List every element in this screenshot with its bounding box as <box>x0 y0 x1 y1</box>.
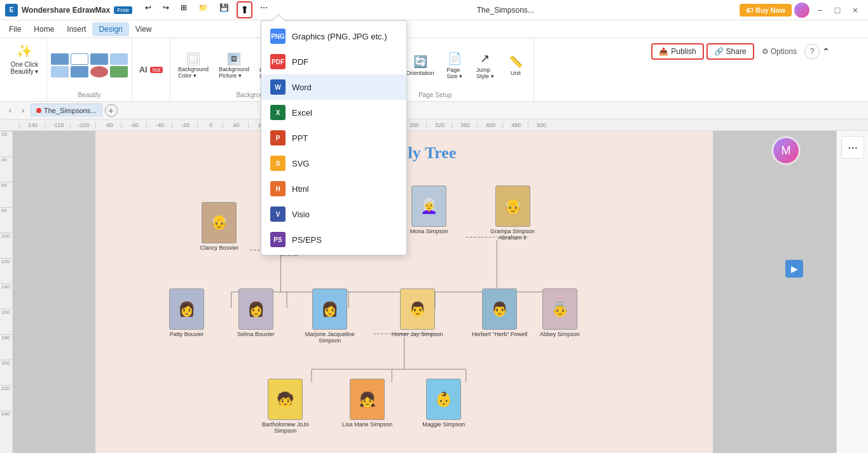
maggie-img: 👶 <box>426 379 461 420</box>
tab-simpsons[interactable]: The_Simpsons... <box>31 104 102 117</box>
app-logo: E <box>5 4 18 17</box>
menu-design[interactable]: Design <box>92 22 128 36</box>
more-icon[interactable]: ⋯ <box>256 1 272 18</box>
undo-icon[interactable]: ↩ <box>141 1 155 18</box>
export-svg-item[interactable]: S SVG <box>261 151 406 176</box>
tab-scroll-left[interactable]: ‹ <box>5 105 15 116</box>
node-homer[interactable]: 👨 Homer Jay Simpson <box>392 288 443 337</box>
shape-preset-6[interactable] <box>71 66 88 78</box>
menu-home[interactable]: Home <box>27 22 60 36</box>
graphics-label: Graphics (PNG, JPG etc.) <box>292 32 387 41</box>
ruler-mark: -20 <box>172 122 197 128</box>
shape-preset-3[interactable] <box>90 53 108 65</box>
beautify-icon: ✨ <box>17 43 32 58</box>
one-click-beautify-button[interactable]: ✨ <box>11 41 39 61</box>
open-icon[interactable]: 📁 <box>195 1 212 18</box>
export-pseps-item[interactable]: PS PS/EPS <box>261 227 406 252</box>
ai-button[interactable]: AI hot <box>132 38 170 101</box>
bg-color-icon <box>187 53 200 65</box>
menu-file[interactable]: File <box>3 22 27 36</box>
node-bart[interactable]: 🧒 Bartholomew JoJoSimpson <box>262 379 309 434</box>
lisa-img: 👧 <box>350 379 385 420</box>
one-click-beautify-section: ✨ One ClickBeautify ▾ <box>3 38 47 101</box>
node-mona[interactable]: 👩‍🦳 Mona Simpson <box>410 186 448 234</box>
options-button[interactable]: ⚙ Options <box>757 44 802 58</box>
export-visio-item[interactable]: V Visio <box>261 201 406 227</box>
bg-color-button[interactable]: BackgroundColor ▾ <box>174 50 212 81</box>
buy-now-button[interactable]: 🏷 Buy Now <box>740 4 792 17</box>
orientation-button[interactable]: 🔄 Orientation <box>403 52 438 79</box>
menu-view[interactable]: View <box>129 22 158 36</box>
node-selma[interactable]: 👩 Selma Bouvier <box>237 288 275 337</box>
export-word-item[interactable]: W Word <box>261 74 406 100</box>
one-click-label: One ClickBeautify ▾ <box>11 61 39 75</box>
abbey-label: Abbey Simpson <box>540 331 580 337</box>
minimize-button[interactable]: − <box>812 3 827 18</box>
redo-icon[interactable]: ↪ <box>159 1 173 18</box>
export-graphics-item[interactable]: PNG Graphics (PNG, JPG etc.) <box>261 24 406 49</box>
shape-preset-5[interactable] <box>51 66 69 78</box>
menubar: File Home Insert Design View <box>0 20 868 38</box>
grampa-label: Grampa SimpsonAbraham II <box>490 228 535 241</box>
herbert-label: Herbert "Herb" Powell <box>472 331 527 337</box>
new-icon[interactable]: ⊞ <box>177 1 191 18</box>
node-maggie[interactable]: 👶 Maggie Simpson <box>422 379 465 428</box>
maximize-button[interactable]: □ <box>830 3 845 18</box>
node-grampa[interactable]: 👴 Grampa SimpsonAbraham II <box>490 186 535 241</box>
close-button[interactable]: × <box>848 3 863 18</box>
node-herbert[interactable]: 👨 Herbert "Herb" Powell <box>472 288 527 337</box>
html-icon: H <box>270 181 286 196</box>
shape-preset-1[interactable] <box>51 53 69 65</box>
publish-button[interactable]: 📤 Publish <box>651 43 703 60</box>
export-pdf-item[interactable]: PDF PDF <box>261 49 406 74</box>
jump-style-button[interactable]: ↗ JumpStyle ▾ <box>471 49 499 82</box>
node-patty[interactable]: 👩 Patty Bouvier <box>169 288 204 337</box>
ppt-label: PPT <box>292 133 308 143</box>
shape-preset-2[interactable] <box>71 53 88 65</box>
shape-preset-8[interactable] <box>110 66 128 78</box>
shape-preset-7[interactable] <box>90 66 108 78</box>
node-marge[interactable]: 👩 Marjorie JacquelineSimpson <box>305 288 355 344</box>
canvas[interactable]: ns Family Tree <box>13 131 836 453</box>
right-panel-btn-1[interactable]: ⋯ <box>841 136 864 159</box>
export-html-item[interactable]: H Html <box>261 176 406 201</box>
free-badge: Free <box>114 6 132 14</box>
ruler-mark: -100 <box>70 122 95 128</box>
share-button[interactable]: 🔗 Share <box>706 43 754 60</box>
ppt-icon: P <box>270 130 286 145</box>
ruler-mark: 400 <box>477 122 502 128</box>
beautify-label: Beautify <box>78 90 100 98</box>
titlebar-tools: ↩ ↪ ⊞ 📁 💾 ⬆ ⋯ <box>141 1 272 18</box>
lisa-label: Lisa Marie Simpson <box>342 421 392 428</box>
save-icon[interactable]: 💾 <box>216 1 233 18</box>
excel-icon: X <box>270 105 286 120</box>
node-lisa[interactable]: 👧 Lisa Marie Simpson <box>342 379 392 428</box>
bg-color-label: BackgroundColor ▾ <box>178 66 209 79</box>
node-clancy[interactable]: 👴 Clancy Bouvier <box>200 202 239 251</box>
tab-bar: ‹ › The_Simpsons... + <box>0 102 868 119</box>
expand-btn: ⌃ <box>822 46 830 57</box>
unit-button[interactable]: 📏 Unit <box>502 52 530 79</box>
page-size-button[interactable]: 📄 PageSize ▾ <box>441 49 469 82</box>
bg-picture-button[interactable]: 🖼 BackgroundPicture ▾ <box>215 50 253 81</box>
excel-label: Excel <box>292 108 312 118</box>
export-icon[interactable]: ⬆ <box>237 1 252 18</box>
page-setup-label: Page Setup <box>418 90 451 98</box>
homer-label: Homer Jay Simpson <box>392 331 443 337</box>
publish-icon: 📤 <box>659 47 668 56</box>
export-excel-item[interactable]: X Excel <box>261 100 406 125</box>
menu-insert[interactable]: Insert <box>60 22 92 36</box>
tab-scroll-right[interactable]: › <box>18 105 28 116</box>
user-avatar[interactable] <box>794 3 809 18</box>
collapse-ribbon-button[interactable]: ⌃ <box>822 46 830 57</box>
expand-panel-button[interactable]: ▶ <box>785 260 803 278</box>
node-abbey[interactable]: 👵 Abbey Simpson <box>540 288 580 337</box>
help-button[interactable]: ? <box>804 44 820 59</box>
collaborator-avatar[interactable]: M <box>771 136 801 165</box>
add-tab-button[interactable]: + <box>105 104 118 117</box>
ruler-v-mark: 240 <box>0 410 12 436</box>
shape-preset-4[interactable] <box>110 53 128 65</box>
main-area: 20 40 60 80 100 120 140 160 180 200 220 … <box>0 131 868 453</box>
export-ppt-item[interactable]: P PPT <box>261 125 406 151</box>
clancy-label: Clancy Bouvier <box>200 245 239 251</box>
